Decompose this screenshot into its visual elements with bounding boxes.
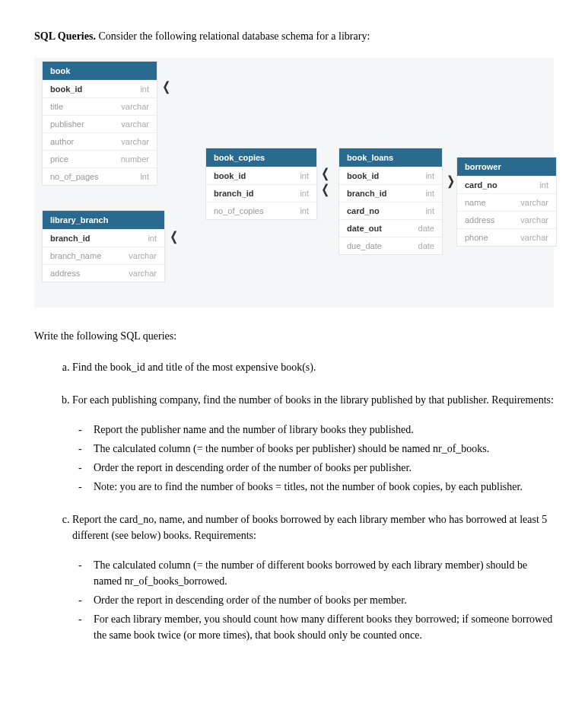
table-row: card_noint xyxy=(339,202,442,219)
table-row: branch_idint xyxy=(43,229,164,247)
question-a: Find the book_id and title of the most e… xyxy=(72,359,554,375)
entity-borrower: borrower card_noint namevarchar addressv… xyxy=(456,157,557,247)
table-row: phonevarchar xyxy=(457,228,556,246)
list-item: The calculated column (= the number of b… xyxy=(94,441,554,457)
intro-rest: Consider the following relational databa… xyxy=(96,30,370,42)
question-b: For each publishing company, find the nu… xyxy=(72,392,554,495)
requirements-b: Report the publisher name and the number… xyxy=(72,422,554,495)
entity-borrower-header: borrower xyxy=(457,158,556,176)
table-row: addressvarchar xyxy=(457,211,556,228)
entity-book-loans: book_loans book_idint branch_idint card_… xyxy=(338,148,443,255)
table-row: pricenumber xyxy=(43,150,157,167)
table-row: no_of_pagesint xyxy=(43,167,157,185)
entity-library-branch-header: library_branch xyxy=(43,211,164,229)
list-item: For each library member, you should coun… xyxy=(94,611,554,643)
relation-arrow-icon: ❬ xyxy=(161,79,171,94)
table-row: date_outdate xyxy=(339,219,442,237)
list-item: Report the publisher name and the number… xyxy=(94,422,554,438)
table-row: book_idint xyxy=(43,80,157,97)
table-row: authorvarchar xyxy=(43,132,157,150)
schema-diagram: book book_idint titlevarchar publisherva… xyxy=(34,58,554,307)
table-row: due_datedate xyxy=(339,237,442,254)
relation-arrow-icon: ❭ xyxy=(446,174,456,188)
table-row: card_noint xyxy=(457,176,556,193)
table-row: addressvarchar xyxy=(43,264,164,282)
entity-book-header: book xyxy=(43,62,157,80)
table-row: titlevarchar xyxy=(43,97,157,115)
entity-book-copies-header: book_copies xyxy=(206,148,316,167)
table-row: no_of_copiesint xyxy=(206,202,316,219)
list-item: Order the report in descending order of … xyxy=(94,460,554,476)
requirements-c: The calculated column (= the number of d… xyxy=(72,557,554,643)
table-row: book_idint xyxy=(339,167,442,184)
relation-arrow-icon: ❬ xyxy=(169,229,179,244)
table-row: branch_namevarchar xyxy=(43,247,164,264)
table-row: namevarchar xyxy=(457,193,556,211)
entity-book-copies: book_copies book_idint branch_idint no_o… xyxy=(205,148,317,220)
table-row: publishervarchar xyxy=(43,115,157,132)
prompt-text: Write the following SQL queries: xyxy=(34,330,554,342)
list-item: Order the report in descending order of … xyxy=(94,592,554,608)
intro-text: SQL Queries. Consider the following rela… xyxy=(34,30,554,43)
entity-book-loans-header: book_loans xyxy=(339,148,442,167)
list-item: Note: you are to find the number of book… xyxy=(94,479,554,495)
relation-arrow-icon: ❬ xyxy=(320,182,330,196)
question-c: Report the card_no, name, and number of … xyxy=(72,511,554,643)
list-item: The calculated column (= the number of d… xyxy=(94,557,554,589)
entity-book: book book_idint titlevarchar publisherva… xyxy=(42,61,157,186)
table-row: branch_idint xyxy=(339,184,442,202)
entity-library-branch: library_branch branch_idint branch_namev… xyxy=(42,210,165,282)
table-row: branch_idint xyxy=(206,184,316,202)
intro-bold: SQL Queries. xyxy=(34,30,96,42)
table-row: book_idint xyxy=(206,167,316,184)
relation-arrow-icon: ❬ xyxy=(320,166,330,180)
question-list: Find the book_id and title of the most e… xyxy=(34,359,554,643)
